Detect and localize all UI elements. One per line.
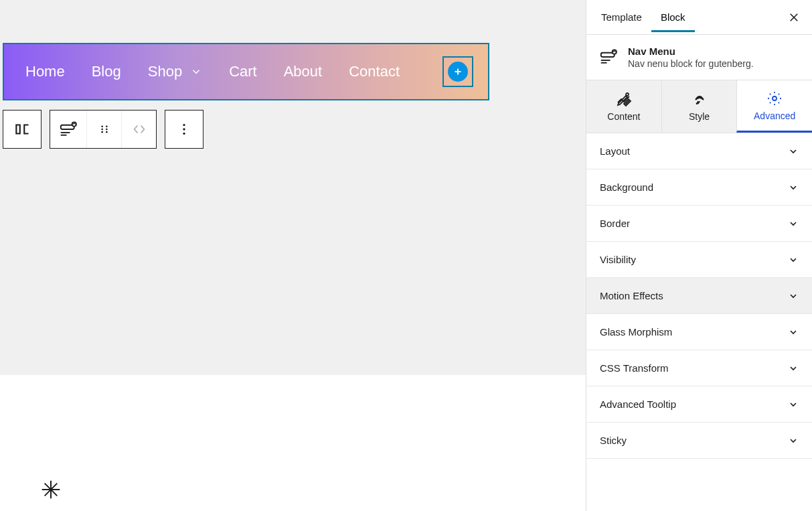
toolbar-block-type[interactable]: [50, 110, 86, 149]
setting-tab-advanced[interactable]: Advanced: [736, 80, 812, 133]
block-info-description: Nav nenu block for gutenberg.: [628, 58, 754, 69]
svg-point-7: [106, 126, 108, 128]
nav-item-shop[interactable]: Shop: [148, 63, 202, 80]
plus-icon: [448, 62, 468, 82]
nav-menu-icon: [598, 47, 619, 69]
tab-label: Template: [601, 11, 642, 23]
panel-glass-morphism[interactable]: Glass Morphism: [586, 314, 812, 350]
nav-item-label: Home: [25, 63, 65, 80]
nav-item-home[interactable]: Home: [25, 63, 65, 80]
tab-label: Block: [661, 11, 685, 23]
panel-border[interactable]: Border: [586, 206, 812, 242]
nav-item-label: Shop: [148, 63, 182, 80]
panel-label: CSS Transform: [600, 362, 669, 374]
toolbar-parent-selector[interactable]: [3, 110, 42, 149]
chevron-down-icon: [788, 399, 799, 410]
chevron-down-icon: [788, 327, 799, 338]
svg-point-8: [101, 129, 103, 131]
chevron-down-icon: [788, 254, 799, 265]
add-block-button[interactable]: [442, 56, 473, 87]
nav-item-about[interactable]: About: [284, 63, 323, 80]
chevron-down-icon: [788, 291, 799, 301]
toolbar-move-arrows[interactable]: [121, 110, 156, 149]
nav-item-label: Contact: [349, 63, 400, 80]
setting-tab-label: Advanced: [754, 111, 795, 121]
panel-sticky[interactable]: Sticky: [586, 423, 812, 459]
panel-label: Sticky: [600, 435, 627, 446]
block-info-card: Nav Menu Nav nenu block for gutenberg.: [586, 35, 812, 80]
svg-point-9: [106, 129, 108, 131]
settings-sidebar: Template Block Nav Menu Nav nenu block f…: [586, 0, 812, 511]
toolbar-group: [50, 110, 157, 149]
nav-item-label: Blog: [92, 63, 121, 80]
panel-css-transform[interactable]: CSS Transform: [586, 350, 812, 386]
close-sidebar-button[interactable]: [781, 7, 807, 27]
svg-point-6: [101, 126, 103, 128]
tab-template[interactable]: Template: [592, 2, 651, 32]
nav-item-blog[interactable]: Blog: [92, 63, 121, 80]
editor-canvas[interactable]: Home Blog Shop Cart About Contact: [0, 0, 586, 511]
svg-point-12: [183, 124, 185, 126]
panel-label: Background: [600, 181, 653, 193]
svg-point-10: [101, 131, 103, 133]
canvas-top-region: Home Blog Shop Cart About Contact: [0, 0, 586, 375]
nav-item-label: Cart: [229, 63, 257, 80]
setting-tab-content[interactable]: Content: [586, 80, 661, 133]
block-info-title: Nav Menu: [628, 46, 754, 57]
panel-advanced-tooltip[interactable]: Advanced Tooltip: [586, 386, 812, 423]
panel-layout[interactable]: Layout: [586, 133, 812, 169]
panel-label: Glass Morphism: [600, 326, 672, 338]
svg-point-22: [613, 50, 617, 54]
panel-label: Layout: [600, 145, 630, 157]
chevron-down-icon: [788, 182, 799, 193]
toolbar-more-options[interactable]: [165, 110, 204, 149]
chevron-down-icon: [190, 66, 202, 78]
block-toolbar: [3, 110, 583, 149]
svg-point-13: [183, 128, 185, 130]
chevron-down-icon: [788, 435, 799, 446]
panel-label: Border: [600, 218, 630, 229]
setting-tab-label: Style: [689, 111, 710, 122]
panel-label: Motion Effects: [600, 290, 663, 301]
toolbar-drag-handle[interactable]: [86, 110, 121, 149]
block-info-text: Nav Menu Nav nenu block for gutenberg.: [628, 46, 754, 69]
setting-tabs: Content Style Advanced: [586, 80, 812, 133]
panel-label: Visibility: [600, 254, 636, 265]
svg-point-14: [183, 133, 185, 135]
nav-item-cart[interactable]: Cart: [229, 63, 257, 80]
setting-tab-label: Content: [607, 111, 640, 122]
nav-item-contact[interactable]: Contact: [349, 63, 400, 80]
canvas-bottom-region: [0, 375, 586, 511]
tab-block[interactable]: Block: [651, 2, 695, 32]
panel-motion-effects[interactable]: Motion Effects: [586, 278, 812, 314]
nav-menu-block[interactable]: Home Blog Shop Cart About Contact: [3, 43, 489, 100]
nav-item-label: About: [284, 63, 323, 80]
svg-point-26: [773, 96, 777, 100]
chevron-down-icon: [788, 218, 799, 229]
setting-tab-style[interactable]: Style: [661, 80, 737, 133]
panel-label: Advanced Tooltip: [600, 398, 676, 410]
svg-point-11: [106, 131, 108, 133]
chevron-down-icon: [788, 146, 799, 157]
svg-point-3: [72, 122, 76, 126]
panels-list: LayoutBackgroundBorderVisibilityMotion E…: [586, 133, 812, 459]
chevron-down-icon: [788, 363, 799, 374]
asterisk-icon: [40, 479, 62, 500]
panel-visibility[interactable]: Visibility: [586, 242, 812, 278]
sidebar-top-tabs: Template Block: [586, 0, 812, 35]
panel-background[interactable]: Background: [586, 169, 812, 206]
